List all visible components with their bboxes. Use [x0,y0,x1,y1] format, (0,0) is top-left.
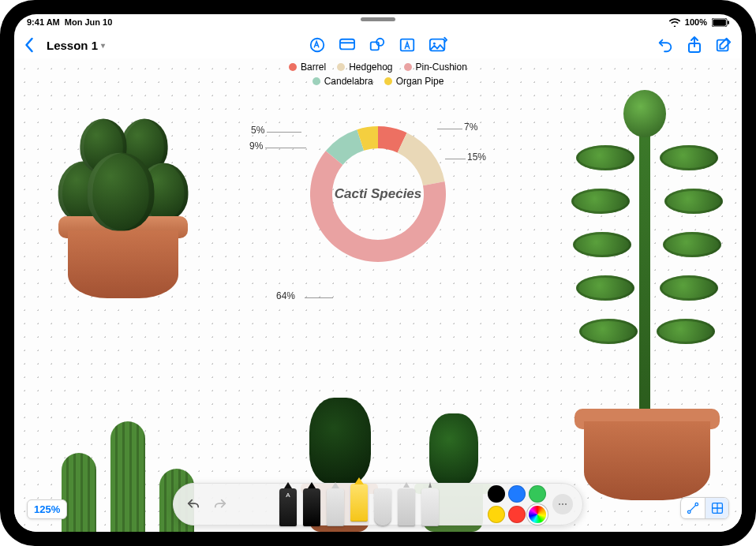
legend-label: Barrel [301,62,326,73]
document-title-text: Lesson 1 [47,39,98,52]
pen-tool-marker[interactable] [303,488,320,526]
chart-value-label: 5% [251,125,264,136]
svg-rect-2 [728,21,729,24]
chart-value-label: 64% [276,290,295,301]
chart-legend: Barrel Hedgehog Pin-Cushion Candelabra O… [256,62,500,87]
svg-point-9 [433,43,436,45]
color-palette [488,485,546,523]
zoom-level-text: 125% [34,503,60,515]
status-bar: 9:41 AM Mon Jun 10 100% [14,14,742,30]
chart-leader-line [267,132,301,133]
donut-chart[interactable]: Cacti Species [299,115,457,273]
back-button[interactable] [24,37,34,53]
color-green[interactable] [529,485,546,503]
image-barrel-cactus[interactable] [52,93,194,298]
color-red[interactable] [508,506,526,523]
chart-title: Cacti Species [319,186,437,202]
drawing-tall-plant[interactable] [576,82,718,492]
pen-tools: A [237,484,481,525]
legend-label: Hedgehog [349,62,392,73]
legend-swatch [384,77,392,85]
chart-value-label: 9% [249,140,263,151]
pen-tool-pen[interactable]: A [279,488,297,526]
pen-tool-pencil[interactable] [327,488,344,526]
pen-tool-lasso[interactable] [398,488,415,526]
legend-swatch [404,63,412,71]
app-toolbar: Lesson 1 ▾ [14,32,742,58]
chart-leader-line [437,129,462,129]
undo-button[interactable] [657,36,674,54]
chart-leader-line [265,148,306,148]
chart-value-label: 15% [467,151,486,163]
sticky-note-button[interactable] [339,37,356,53]
legend-item: Candelabra [313,76,373,87]
view-switcher [680,497,729,519]
undo-draw-button[interactable] [183,494,204,514]
color-picker[interactable] [529,506,546,523]
text-box-button[interactable] [399,36,416,54]
media-button[interactable] [429,36,447,54]
legend-label: Organ Pipe [396,76,444,87]
shapes-button[interactable] [369,36,386,54]
legend-item: Pin-Cushion [404,62,467,73]
legend-item: Barrel [289,62,326,73]
pen-tool-eraser[interactable] [374,488,391,526]
color-black[interactable] [488,485,505,503]
battery-icon [712,18,729,27]
redo-draw-button[interactable] [210,494,230,514]
pen-tool-ruler[interactable] [421,488,439,526]
color-blue[interactable] [508,485,526,503]
draw-tool-button[interactable] [309,36,326,54]
legend-item: Hedgehog [337,62,392,73]
view-grid-button[interactable] [705,498,728,518]
compose-button[interactable] [715,36,732,54]
svg-rect-4 [340,39,354,50]
legend-swatch [289,63,297,71]
battery-percentage: 100% [685,17,707,27]
legend-swatch [337,63,345,71]
freeform-canvas[interactable]: Barrel Hedgehog Pin-Cushion Candelabra O… [14,58,742,532]
drawing-toolbar: A ⋯ [173,483,583,525]
status-date: Mon Jun 10 [65,17,113,27]
chart-value-label: 7% [464,122,477,133]
legend-swatch [313,77,320,85]
status-time: 9:41 AM [27,17,60,27]
legend-label: Pin-Cushion [416,62,467,73]
svg-rect-1 [713,19,726,25]
pen-tool-highlighter[interactable] [350,484,368,522]
legend-item: Organ Pipe [384,76,444,87]
share-button[interactable] [687,36,702,54]
document-title[interactable]: Lesson 1 ▾ [47,39,105,52]
home-indicator-pill [361,17,395,21]
chart-leader-line [305,297,333,298]
wifi-icon [669,18,680,27]
zoom-level[interactable]: 125% [27,499,67,519]
chart-leader-line [445,159,466,159]
chevron-down-icon: ▾ [101,41,105,50]
view-connections-button[interactable] [681,498,705,518]
color-yellow[interactable] [488,506,505,523]
legend-label: Candelabra [324,76,373,87]
more-tools-button[interactable]: ⋯ [552,494,573,514]
